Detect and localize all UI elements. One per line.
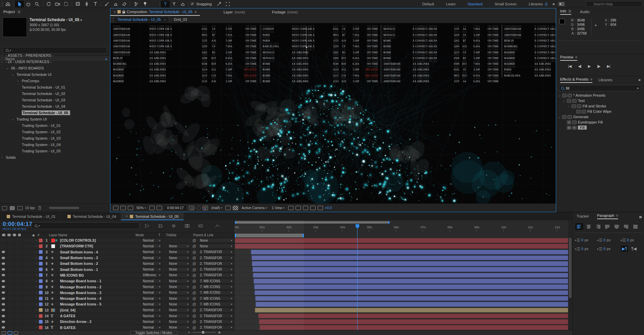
project-tree-row[interactable]: ⌄ 06 - INFO BOARDS xyxy=(0,65,110,71)
close-icon[interactable]: × xyxy=(114,10,116,14)
layer-duration-bar[interactable] xyxy=(252,255,568,260)
effects-tree-row[interactable]: ⌄ Text xyxy=(556,98,644,103)
layer-disclosure-icon[interactable]: › xyxy=(34,297,38,300)
primary-viewer-icon[interactable] xyxy=(120,206,126,210)
lock-icon[interactable] xyxy=(122,11,125,13)
parent-link-select[interactable]: 2. TRANSFOR▾ xyxy=(199,250,233,254)
pen-tool-icon[interactable] xyxy=(82,1,91,7)
justify-last-right-button[interactable] xyxy=(622,223,630,230)
layer-duration-bar[interactable] xyxy=(255,296,568,301)
layer-disclosure-icon[interactable]: › xyxy=(34,303,38,306)
clone-stamp-tool-icon[interactable] xyxy=(111,1,120,7)
blend-mode-select[interactable]: Normal▾ xyxy=(142,319,162,324)
layer-duration-bar[interactable] xyxy=(260,325,568,330)
disclosure-icon[interactable]: ⌄ xyxy=(11,73,15,76)
pick-whip-icon[interactable]: @ xyxy=(190,273,199,277)
eraser-tool-icon[interactable] xyxy=(120,1,129,7)
expand-inout-icon[interactable] xyxy=(14,331,18,335)
layer-disclosure-icon[interactable]: › xyxy=(34,308,38,312)
shape-tool-icon[interactable] xyxy=(73,1,82,7)
workspace-menu-icon[interactable]: ☰ xyxy=(545,2,548,6)
pick-whip-icon[interactable]: @ xyxy=(190,244,199,248)
pick-whip-icon[interactable]: @ xyxy=(190,320,199,324)
layer-row[interactable]: › 3 Small Bottom Icons - 4 Normal▾ None▾… xyxy=(0,249,235,255)
first-line-indent-field[interactable]: 0px xyxy=(621,238,644,242)
effects-tree-row[interactable]: ⌄ Generate xyxy=(556,114,644,119)
timeline-button-icon[interactable] xyxy=(303,206,308,210)
trkmat-select[interactable]: None▾ xyxy=(168,244,190,248)
project-tree-row[interactable]: Terminal Schedule - UI_01 xyxy=(0,84,110,91)
layer-row[interactable]: › 6 Small Bottom Icons - 1 Normal▾ None▾… xyxy=(0,267,235,272)
layer-label-chip[interactable] xyxy=(39,239,43,242)
item-caret-icon[interactable]: ▾ xyxy=(80,18,82,22)
blend-mode-select[interactable]: Normal▾ xyxy=(142,238,162,243)
layer-disclosure-icon[interactable]: › xyxy=(34,274,38,277)
disclosure-icon[interactable]: › xyxy=(0,54,4,57)
frame-blend-icon[interactable] xyxy=(184,223,190,229)
layer-lane[interactable] xyxy=(235,290,568,296)
snapping-checkbox[interactable]: ✓ xyxy=(190,2,195,6)
type-tool-icon[interactable] xyxy=(91,1,100,7)
preview-tab[interactable]: Preview≡ xyxy=(560,55,577,61)
next-frame-icon[interactable]: |▶ xyxy=(597,64,600,68)
breadcrumb-current[interactable]: Grid_03 xyxy=(174,17,187,21)
layer-label-chip[interactable] xyxy=(39,308,43,312)
parent-link-select[interactable]: 2. TRANSFOR▾ xyxy=(199,273,233,278)
parent-link-select[interactable]: 2. TRANSFOR▾ xyxy=(199,267,233,272)
parent-link-select[interactable]: 2. TRANSFOR▾ xyxy=(199,319,233,324)
layer-row[interactable]: › 4 Small Bottom Icons - 3 Normal▾ None▾… xyxy=(0,255,235,261)
mask-visibility-icon[interactable] xyxy=(157,206,162,210)
roto-brush-tool-icon[interactable] xyxy=(132,1,141,7)
eye-icon[interactable] xyxy=(2,321,5,323)
composition-viewport[interactable]: ROME WEST COPR AIR.X 6455 D12 2:55A ON T… xyxy=(110,23,556,203)
brush-tool-icon[interactable] xyxy=(103,1,111,7)
snap-angle-icon[interactable] xyxy=(215,1,223,7)
interpret-footage-icon[interactable] xyxy=(2,206,7,210)
layer-duration-bar[interactable] xyxy=(256,302,568,307)
lock-column-icon[interactable] xyxy=(18,234,21,236)
layer-lane[interactable] xyxy=(235,284,568,290)
disclosure-icon[interactable]: ⌄ xyxy=(557,94,561,97)
parent-link-select[interactable]: 2. TRANSFOR▾ xyxy=(199,255,233,260)
project-tree-row[interactable]: ⌄ Trading System UI xyxy=(0,116,110,123)
layer-lane[interactable] xyxy=(235,267,568,272)
layer-disclosure-icon[interactable]: › xyxy=(34,245,38,248)
transparency-grid-icon[interactable] xyxy=(233,206,238,210)
layer-label-chip[interactable] xyxy=(39,250,43,254)
project-tab[interactable]: Project xyxy=(3,10,15,14)
eye-icon[interactable] xyxy=(2,303,5,305)
item-label[interactable]: Trading System - UI_05 xyxy=(22,149,61,153)
grid-guides-icon[interactable] xyxy=(149,206,155,210)
right-indent-field[interactable]: 0px xyxy=(575,247,597,251)
item-label[interactable]: - UI - USER INTERFACES - xyxy=(6,60,52,64)
effects-tree-row[interactable]: ⌄ Fill and Stroke xyxy=(556,103,644,109)
playhead[interactable] xyxy=(357,224,358,330)
pick-whip-icon[interactable]: @ xyxy=(190,250,199,254)
layer-duration-bar[interactable] xyxy=(251,250,568,255)
current-time-display[interactable]: 0:00:04:17 xyxy=(3,221,32,228)
parent-link-select[interactable]: 2. TRANSFOR▾ xyxy=(199,261,233,266)
parent-link-select[interactable]: 2. TRANSFOR▾ xyxy=(199,314,233,318)
eye-icon[interactable] xyxy=(2,286,5,288)
workspace-tab[interactable]: Learn xyxy=(440,2,462,6)
project-tree-row[interactable]: › PreComps xyxy=(0,78,110,84)
disclosure-icon[interactable]: ⌄ xyxy=(0,60,4,63)
camera-tool-icon[interactable] xyxy=(53,1,62,7)
parent-link-select[interactable]: 7. MB ICONS▾ xyxy=(199,296,233,301)
zoom-slider-handle[interactable] xyxy=(202,331,204,334)
comp-flowchart-icon[interactable] xyxy=(310,206,316,210)
effect-label[interactable]: Fill xyxy=(578,126,587,130)
rotate-tool-icon[interactable] xyxy=(44,1,53,7)
blend-mode-select[interactable]: Normal▾ xyxy=(142,250,162,254)
help-search-input[interactable] xyxy=(586,1,643,7)
fast-previews-icon[interactable] xyxy=(296,206,301,210)
disclosure-icon[interactable]: ⌄ xyxy=(11,117,15,121)
item-label[interactable]: Trading System - UI_01 xyxy=(22,124,61,128)
mode-column-header[interactable]: Mode xyxy=(136,233,144,237)
footage-viewer-tab[interactable]: Footage (none) xyxy=(269,8,301,16)
layer-row[interactable]: › 1 ⌗ [COLOR CONTROLS] Normal▾ ▾ @ None▾ xyxy=(0,238,235,243)
timeline-zoom-slider[interactable] xyxy=(193,332,216,333)
layer-duration-bar[interactable] xyxy=(253,267,568,272)
number-column-header[interactable]: # xyxy=(38,233,40,237)
pick-whip-icon[interactable]: @ xyxy=(190,326,199,330)
